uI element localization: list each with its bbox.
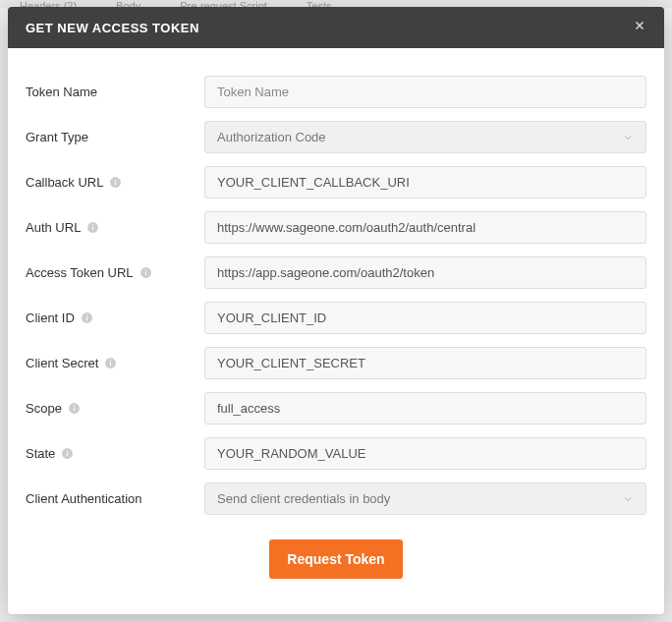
label-client-secret: Client Secret	[26, 356, 204, 370]
chevron-down-icon	[622, 132, 634, 143]
grant-type-value: Authorization Code	[217, 130, 326, 144]
svg-rect-22	[67, 450, 68, 451]
row-state: State	[26, 437, 646, 470]
svg-rect-19	[74, 405, 75, 406]
modal-header: GET NEW ACCESS TOKEN	[8, 7, 664, 48]
client-id-input[interactable]	[204, 302, 646, 334]
row-client-secret: Client Secret	[26, 347, 646, 379]
info-icon	[104, 357, 117, 369]
label-callback-url: Callback URL	[26, 175, 204, 190]
label-auth-url: Auth URL	[26, 220, 204, 235]
access-token-modal: GET NEW ACCESS TOKEN Token Name Grant Ty…	[8, 7, 664, 614]
token-name-input[interactable]	[204, 76, 646, 108]
close-button[interactable]	[633, 19, 646, 36]
close-icon	[633, 19, 646, 36]
svg-rect-12	[86, 316, 87, 320]
info-icon	[86, 221, 99, 234]
modal-body: Token Name Grant Type Authorization Code…	[8, 48, 664, 614]
label-scope: Scope	[26, 401, 204, 416]
row-client-auth: Client Authentication Send client creden…	[26, 482, 646, 515]
svg-rect-4	[115, 179, 116, 180]
svg-rect-9	[145, 271, 146, 275]
client-auth-select[interactable]: Send client credentials in body	[204, 482, 646, 515]
info-icon	[109, 176, 122, 189]
row-grant-type: Grant Type Authorization Code	[26, 121, 646, 153]
label-client-id: Client ID	[26, 311, 204, 325]
access-token-url-input[interactable]	[204, 256, 646, 289]
label-grant-type: Grant Type	[26, 130, 204, 144]
svg-rect-3	[115, 181, 116, 185]
svg-rect-18	[74, 407, 75, 411]
row-access-token-url: Access Token URL	[26, 256, 646, 289]
callback-url-input[interactable]	[204, 166, 646, 198]
label-state: State	[26, 446, 204, 461]
svg-rect-16	[110, 360, 111, 361]
svg-rect-10	[145, 269, 146, 270]
label-client-auth: Client Authentication	[26, 491, 204, 506]
row-scope: Scope	[26, 392, 646, 424]
info-icon	[81, 311, 93, 324]
row-callback-url: Callback URL	[26, 166, 646, 198]
info-icon	[68, 402, 81, 415]
client-secret-input[interactable]	[204, 347, 646, 379]
client-auth-value: Send client credentials in body	[217, 491, 390, 506]
scope-input[interactable]	[204, 392, 646, 424]
modal-title: GET NEW ACCESS TOKEN	[26, 21, 199, 35]
svg-rect-7	[92, 224, 93, 225]
grant-type-select[interactable]: Authorization Code	[204, 121, 646, 153]
label-access-token-url: Access Token URL	[26, 265, 204, 280]
svg-rect-21	[67, 452, 68, 456]
auth-url-input[interactable]	[204, 211, 646, 244]
svg-rect-6	[92, 226, 93, 230]
row-token-name: Token Name	[26, 76, 646, 108]
svg-rect-15	[110, 362, 111, 366]
request-token-button[interactable]: Request Token	[269, 539, 402, 579]
row-auth-url: Auth URL	[26, 211, 646, 244]
chevron-down-icon	[622, 493, 634, 505]
label-token-name: Token Name	[26, 85, 204, 99]
info-icon	[61, 447, 74, 460]
row-client-id: Client ID	[26, 302, 646, 334]
svg-rect-13	[86, 314, 87, 315]
info-icon	[140, 266, 152, 279]
state-input[interactable]	[204, 437, 646, 470]
modal-footer: Request Token	[26, 528, 646, 585]
